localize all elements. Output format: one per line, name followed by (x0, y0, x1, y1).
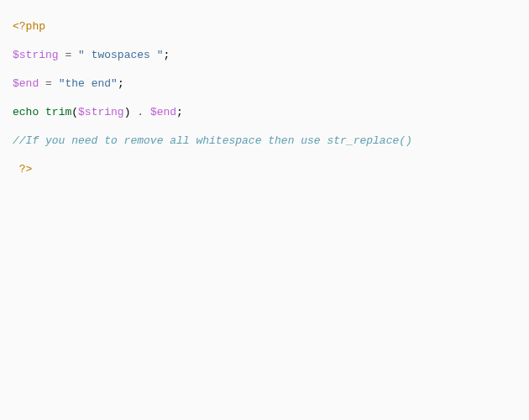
string-literal: "the end" (59, 77, 118, 90)
php-open-tag: <?php (13, 20, 45, 33)
concat-op: . (130, 106, 149, 118)
variable-end: $end (13, 77, 39, 90)
code-line-6: ?> (13, 162, 529, 176)
php-close-tag: ?> (19, 163, 33, 176)
leading-space (13, 163, 19, 176)
code-line-4: echo trim($string) . $end; (13, 105, 529, 119)
variable-string-arg: $string (78, 106, 124, 118)
trim-function: trim (45, 106, 71, 118)
assign-op: = (65, 49, 71, 61)
code-line-2: $string = " twospaces "; (13, 48, 529, 62)
code-line-5: //If you need to remove all whitespace t… (13, 134, 529, 148)
semicolon: ; (176, 106, 183, 118)
string-literal: " twospaces " (78, 49, 163, 61)
code-line-3: $end = "the end"; (13, 76, 529, 91)
semicolon: ; (118, 77, 124, 90)
code-line-1: <?php (13, 19, 529, 34)
variable-end-ref: $end (150, 106, 176, 118)
php-code-block: <?php $string = " twospaces "; $end = "t… (0, 5, 529, 191)
variable-string: $string (13, 49, 59, 61)
comment-line: //If you need to remove all whitespace t… (13, 134, 412, 147)
assign-op: = (45, 77, 52, 90)
echo-keyword: echo (13, 106, 39, 118)
paren-open: ( (71, 106, 78, 118)
semicolon: ; (163, 49, 170, 61)
